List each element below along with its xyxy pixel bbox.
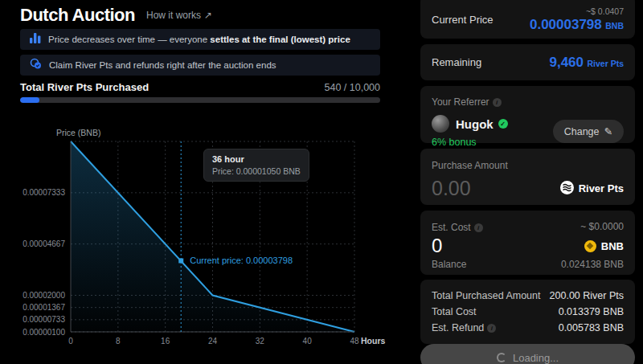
referrer-avatar	[432, 115, 449, 133]
how-it-works-link[interactable]: How it works ↗	[146, 10, 212, 21]
svg-text:Hours: Hours	[361, 336, 385, 346]
bnb-token-label: BNB	[601, 240, 624, 252]
pencil-icon: ✎	[604, 125, 612, 137]
river-pts-chip: River Pts	[560, 181, 624, 197]
svg-text:0: 0	[68, 337, 73, 346]
svg-text:0.00007333: 0.00007333	[23, 188, 65, 197]
bar-chart-icon	[30, 32, 41, 47]
svg-text:Current price: 0.00003798: Current price: 0.00003798	[190, 256, 293, 265]
remaining-unit: River Pts	[587, 59, 624, 68]
balance-label: Balance	[432, 259, 466, 270]
current-price-unit: BNB	[605, 21, 624, 31]
summary-card: Total Purchased Amount 200.00 River Pts …	[420, 280, 635, 344]
est-refund-label: Est. Refundi	[432, 322, 496, 333]
progress-value: 540 / 10,000	[324, 82, 380, 93]
banner-claim: Claim River Pts and refunds right after …	[20, 55, 380, 76]
remaining-label: Remaining	[432, 56, 481, 68]
referrer-card: Your Referreri Hugok ✓ 6% bonus Change ✎	[420, 86, 635, 143]
est-cost-usd: ~ $0.0000	[580, 221, 624, 232]
referrer-name: Hugok	[456, 117, 494, 131]
summary-row: Est. Refundi 0.005783 BNB	[432, 322, 624, 333]
progress-label: Total River Pts Purchased	[20, 81, 149, 93]
balance-value: 0.024138 BNB	[561, 259, 624, 270]
price-chart[interactable]: Current price: 0.000037980.000073330.000…	[16, 127, 398, 354]
river-pts-icon	[560, 181, 574, 197]
svg-text:0.00000100: 0.00000100	[23, 328, 65, 337]
svg-text:0.00004667: 0.00004667	[23, 239, 65, 248]
summary-row: Total Purchased Amount 200.00 River Pts	[432, 290, 624, 301]
svg-text:32: 32	[256, 337, 265, 346]
est-cost-label: Est. Cost	[432, 222, 471, 233]
svg-text:Price (BNB): Price (BNB)	[56, 128, 100, 137]
chart-tooltip: 36 hour Price: 0.00001050 BNB	[203, 149, 309, 182]
current-price-card: Current Price ~$ 0.0407 0.00003798 BNB	[420, 0, 635, 39]
svg-text:0.00000733: 0.00000733	[23, 315, 65, 324]
info-icon[interactable]: i	[493, 98, 502, 107]
page-title: Dutch Auction	[20, 5, 135, 26]
tooltip-hour: 36 hour	[212, 154, 301, 164]
purchase-amount-card: Purchase Amount River Pts	[420, 149, 635, 205]
est-refund-value: 0.005783 BNB	[559, 322, 624, 333]
progress-fill	[20, 97, 39, 103]
info-icon[interactable]: i	[487, 324, 496, 333]
banner-text: Claim River Pts and refunds right after …	[49, 60, 276, 70]
purchase-amount-input[interactable]	[432, 177, 552, 200]
purchase-amount-label: Purchase Amount	[432, 160, 508, 171]
referrer-label: Your Referrer	[432, 96, 489, 108]
total-cost-value: 0.013379 BNB	[559, 306, 624, 317]
current-price-label: Current Price	[432, 14, 494, 26]
bnb-chip: BNB	[584, 240, 624, 252]
svg-text:40: 40	[303, 337, 313, 346]
remaining-value: 9,460	[549, 55, 584, 70]
svg-text:48: 48	[350, 337, 359, 346]
remaining-card: Remaining 9,460 River Pts	[420, 44, 635, 80]
svg-text:0.00002000: 0.00002000	[23, 291, 65, 300]
verified-badge-icon: ✓	[498, 119, 508, 129]
purchase-panel: Current Price ~$ 0.0407 0.00003798 BNB R…	[420, 0, 635, 364]
river-pts-token-label: River Pts	[579, 182, 624, 194]
external-arrow-icon: ↗	[204, 10, 212, 21]
est-cost-value: 0	[432, 235, 442, 256]
bnb-coin-icon	[584, 240, 596, 252]
est-cost-card: Est. Costi ~ $0.0000 0 BNB Balance 0.024…	[420, 211, 635, 275]
banner-text: Price decreases over time — everyone set…	[48, 35, 350, 44]
loading-button[interactable]: Loading...	[420, 344, 635, 364]
change-referrer-button[interactable]: Change ✎	[553, 120, 624, 143]
spinner-icon	[497, 353, 506, 362]
banner-price-decrease: Price decreases over time — everyone set…	[20, 29, 380, 50]
progress-header: Total River Pts Purchased 540 / 10,000	[20, 81, 380, 93]
progress-bar	[20, 97, 380, 103]
svg-text:0.00001367: 0.00001367	[23, 303, 65, 312]
current-price-value: 0.00003798	[530, 17, 602, 32]
total-purchased-value: 200.00 River Pts	[550, 290, 624, 301]
loading-button-label: Loading...	[513, 352, 559, 364]
current-price-usd: ~$ 0.0407	[530, 6, 624, 16]
total-cost-label: Total Cost	[432, 306, 477, 317]
tooltip-price: Price: 0.00001050 BNB	[212, 166, 301, 176]
svg-text:24: 24	[208, 337, 218, 346]
info-icon[interactable]: i	[474, 223, 483, 232]
total-purchased-label: Total Purchased Amount	[432, 290, 541, 301]
svg-text:16: 16	[161, 337, 170, 346]
referrer-bonus: 6% bonus	[432, 137, 508, 148]
claim-coins-icon	[30, 58, 42, 72]
svg-text:8: 8	[116, 337, 121, 346]
summary-row: Total Cost 0.013379 BNB	[432, 306, 624, 317]
page-header: Dutch Auction How it works ↗	[20, 5, 212, 26]
